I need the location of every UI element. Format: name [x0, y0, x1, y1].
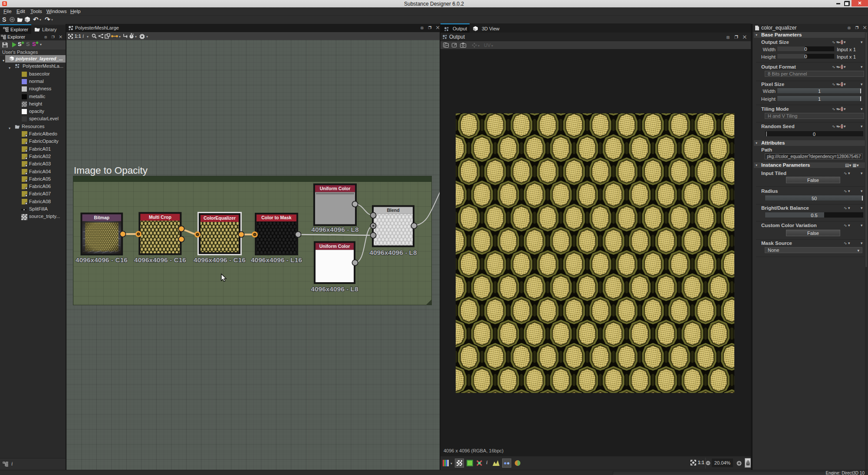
svg-text:4096x4096 - L8: 4096x4096 - L8 [311, 285, 358, 293]
svg-text:Multi Crop: Multi Crop [149, 214, 171, 220]
svg-text:4096x4096 - L8: 4096x4096 - L8 [369, 249, 417, 256]
svg-text:Blend: Blend [387, 208, 399, 213]
svg-text:4096x4096 - C16: 4096x4096 - C16 [76, 256, 128, 264]
svg-text:4096x4096 - L16: 4096x4096 - L16 [251, 256, 302, 264]
svg-text:4096x4096 - L8: 4096x4096 - L8 [311, 226, 359, 233]
svg-text:Color to Mask: Color to Mask [261, 215, 292, 220]
svg-text:ColorEqualizer: ColorEqualizer [204, 215, 236, 221]
svg-text:4096x4096 - C16: 4096x4096 - C16 [134, 256, 186, 264]
svg-text:4096x4096 - C16: 4096x4096 - C16 [194, 256, 246, 264]
svg-text:Uniform Color: Uniform Color [319, 244, 350, 249]
svg-text:Uniform Color: Uniform Color [320, 186, 351, 191]
svg-text:Bitmap: Bitmap [94, 215, 110, 220]
